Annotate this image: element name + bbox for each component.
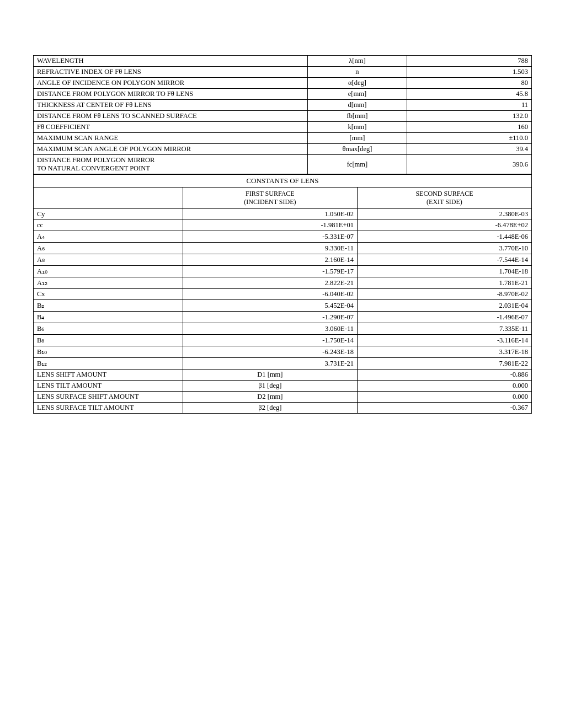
const-row-label-14: LENS SHIFT AMOUNT: [34, 370, 183, 381]
const-row-val1-7: -6.040E-02: [183, 289, 357, 300]
const-row-label-15: LENS TILT AMOUNT: [34, 381, 183, 392]
param-name-9: DISTANCE FROM POLYGON MIRRORTO NATURAL C…: [34, 155, 308, 174]
param-unit-8: θmax[deg]: [307, 144, 407, 155]
constants-col2-header: SECOND SURFACE(EXIT SIDE): [357, 188, 531, 209]
param-value-5: 132.0: [407, 111, 532, 122]
const-row-val2-5: 1.704E-18: [357, 266, 531, 277]
param-name-1: REFRACTIVE INDEX OF Fθ LENS: [34, 67, 308, 78]
const-row-label-16: LENS SURFACE SHIFT AMOUNT: [34, 392, 183, 403]
constants-section-title: CONSTANTS OF LENS: [34, 175, 532, 188]
const-row-val1-15: 0.000: [357, 381, 531, 392]
const-row-label-0: Cy: [34, 209, 183, 220]
const-row-val1-11: -1.750E-14: [183, 335, 357, 346]
const-row-val1-12: -6.243E-18: [183, 346, 357, 358]
const-row-label-1: cc: [34, 220, 183, 231]
const-row-val1-9: -1.290E-07: [183, 312, 357, 323]
const-row-val1-16: 0.000: [357, 392, 531, 403]
param-name-7: MAXIMUM SCAN RANGE: [34, 133, 308, 144]
param-value-9: 390.6: [407, 155, 532, 174]
param-value-0: 788: [407, 56, 532, 67]
param-name-4: THICKNESS AT CENTER OF Fθ LENS: [34, 100, 308, 111]
param-value-7: ±110.0: [407, 133, 532, 144]
const-row-val2-6: 1.781E-21: [357, 277, 531, 289]
const-row-label-5: A₁₀: [34, 266, 183, 277]
const-row-label-6: A₁₂: [34, 277, 183, 289]
param-name-3: DISTANCE FROM POLYGON MIRROR TO Fθ LENS: [34, 89, 308, 100]
param-unit-0: λ[nm]: [307, 56, 407, 67]
param-unit-1: n: [307, 67, 407, 78]
param-name-2: ANGLE OF INCIDENCE ON POLYGON MIRROR: [34, 78, 308, 89]
const-row-val1-1: -1.981E+01: [183, 220, 357, 231]
const-row-label-11: B₈: [34, 335, 183, 346]
param-value-2: 80: [407, 78, 532, 89]
constants-table: CONSTANTS OF LENS FIRST SURFACE(INCIDENT…: [33, 174, 532, 414]
const-row-label-9: B₄: [34, 312, 183, 323]
const-row-val2-0: 2.380E-03: [357, 209, 531, 220]
const-row-label-2: A₄: [34, 231, 183, 243]
const-row-val2-3: 3.770E-10: [357, 243, 531, 254]
const-row-val2-1: -6.478E+02: [357, 220, 531, 231]
param-value-4: 11: [407, 100, 532, 111]
param-name-0: WAVELENGTH: [34, 56, 308, 67]
const-row-unit-15: β1 [deg]: [183, 381, 357, 392]
const-row-val1-5: -1.579E-17: [183, 266, 357, 277]
const-row-val1-17: -0.367: [357, 403, 531, 414]
param-name-6: Fθ COEFFICIENT: [34, 122, 308, 133]
const-row-val1-8: 5.452E-04: [183, 300, 357, 312]
param-name-8: MAXIMUM SCAN ANGLE OF POLYGON MIRROR: [34, 144, 308, 155]
const-row-val1-14: -0.886: [357, 370, 531, 381]
const-row-val2-11: -3.116E-14: [357, 335, 531, 346]
param-unit-3: e[mm]: [307, 89, 407, 100]
const-row-label-8: B₂: [34, 300, 183, 312]
const-row-val1-6: 2.822E-21: [183, 277, 357, 289]
const-row-val1-4: 2.160E-14: [183, 254, 357, 266]
param-name-5: DISTANCE FROM Fθ LENS TO SCANNED SURFACE: [34, 111, 308, 122]
param-value-6: 160: [407, 122, 532, 133]
param-unit-4: d[mm]: [307, 100, 407, 111]
const-row-label-7: Cx: [34, 289, 183, 300]
const-row-label-17: LENS SURFACE TILT AMOUNT: [34, 403, 183, 414]
const-row-val1-13: 3.731E-21: [183, 358, 357, 370]
param-unit-6: k[mm]: [307, 122, 407, 133]
parameters-table: WAVELENGTH λ[nm] 788 REFRACTIVE INDEX OF…: [33, 55, 532, 174]
param-value-3: 45.8: [407, 89, 532, 100]
const-row-label-3: A₆: [34, 243, 183, 254]
const-row-label-12: B₁₀: [34, 346, 183, 358]
const-row-unit-16: D2 [mm]: [183, 392, 357, 403]
param-unit-7: [mm]: [307, 133, 407, 144]
param-unit-2: α[deg]: [307, 78, 407, 89]
const-row-label-4: A₈: [34, 254, 183, 266]
constants-col-label-header: [34, 188, 183, 209]
const-row-val2-9: -1.496E-07: [357, 312, 531, 323]
const-row-val1-10: 3.060E-11: [183, 323, 357, 335]
const-row-unit-17: β2 [deg]: [183, 403, 357, 414]
const-row-val1-2: -5.331E-07: [183, 231, 357, 243]
param-unit-9: fc[mm]: [307, 155, 407, 174]
const-row-label-13: B₁₂: [34, 358, 183, 370]
const-row-val2-7: -8.970E-02: [357, 289, 531, 300]
const-row-val2-12: 3.317E-18: [357, 346, 531, 358]
const-row-val2-8: 2.031E-04: [357, 300, 531, 312]
const-row-val2-4: -7.544E-14: [357, 254, 531, 266]
const-row-val2-2: -1.448E-06: [357, 231, 531, 243]
const-row-val2-10: 7.335E-11: [357, 323, 531, 335]
param-value-1: 1.503: [407, 67, 532, 78]
const-row-label-10: B₆: [34, 323, 183, 335]
param-value-8: 39.4: [407, 144, 532, 155]
constants-col1-header: FIRST SURFACE(INCIDENT SIDE): [183, 188, 357, 209]
param-unit-5: fb[mm]: [307, 111, 407, 122]
const-row-val2-13: 7.981E-22: [357, 358, 531, 370]
const-row-unit-14: D1 [mm]: [183, 370, 357, 381]
const-row-val1-0: 1.050E-02: [183, 209, 357, 220]
const-row-val1-3: 9.330E-11: [183, 243, 357, 254]
